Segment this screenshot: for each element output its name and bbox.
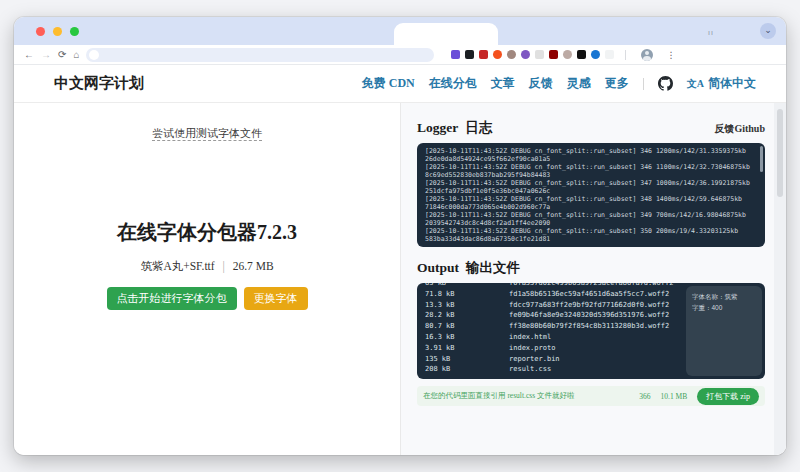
file-name-cell: fdcc977a683ff2e9bf92fd771662d0f0.woff2 <box>509 300 669 311</box>
extension-icon[interactable] <box>535 50 544 59</box>
page-scrollbar-thumb[interactable] <box>777 109 783 197</box>
log-line: 2039542743dc8c4d8cf2ad1ff4ee2090 <box>425 219 757 227</box>
site-nav: 免费 CDN 在线分包 文章 反馈 灵感 更多 文A 简体中文 <box>362 75 756 92</box>
file-size: 26.7 MB <box>233 260 274 272</box>
file-size-cell: 80.7 kB <box>425 321 509 332</box>
log-console[interactable]: [2025-10-11T11:43:52Z DEBUG cn_font_spli… <box>417 143 765 247</box>
loaded-file-line: 筑紫A丸+SF.ttf | 26.7 MB <box>14 259 400 274</box>
extension-icon[interactable] <box>591 50 600 59</box>
nav-feedback[interactable]: 反馈 <box>529 75 553 92</box>
browser-menu-icon[interactable]: ⋮ <box>666 50 675 60</box>
font-name-meta: 字体名称：筑紫 <box>692 291 756 302</box>
extension-icon[interactable] <box>451 50 460 59</box>
tab-search-chevron-icon[interactable]: ⌄ <box>760 23 776 39</box>
file-size-cell: 208 kB <box>425 364 509 375</box>
nav-online-split[interactable]: 在线分包 <box>429 75 477 92</box>
address-bar-favicon <box>89 50 99 60</box>
download-zip-button[interactable]: 打包下载 zip <box>697 388 759 405</box>
close-window-button[interactable] <box>36 27 45 36</box>
file-size-cell: 28.2 kB <box>425 310 509 321</box>
log-line: 26de0da8d54924ce95f662ef90ca01a5 <box>425 155 757 163</box>
file-name-cell: fd1a58b65136ec59af4651d6aa5f5cc7.woff2 <box>509 289 669 300</box>
toolbar-divider <box>625 50 626 60</box>
file-count: 366 <box>639 392 650 401</box>
log-line: [2025-10-11T11:43:52Z DEBUG cn_font_spli… <box>425 227 757 235</box>
file-size-cell: 13.3 kB <box>425 300 509 311</box>
logger-title: Logger日志 <box>417 119 492 137</box>
output-header: Output输出文件 <box>417 259 765 277</box>
extension-icon[interactable] <box>521 50 530 59</box>
log-line: [2025-10-11T11:43:52Z DEBUG cn_font_spli… <box>425 211 757 219</box>
page-content: 中文网字计划 免费 CDN 在线分包 文章 反馈 灵感 更多 文A 简体中文 <box>14 65 786 455</box>
file-name-cell: result.css <box>509 364 551 375</box>
right-panel: Logger日志 反馈Github [2025-10-11T11:43:52Z … <box>400 103 786 455</box>
logger-title-zh: 日志 <box>465 120 492 135</box>
file-size-cell: 135 kB <box>425 354 509 365</box>
language-switcher[interactable]: 文A 简体中文 <box>687 75 756 92</box>
file-name-cell: fe09b46fa8e9e3240320d5396d351976.woff2 <box>509 310 669 321</box>
log-line: 583ba33d43dac86d8a67350c1fe21d81 <box>425 235 757 243</box>
try-test-font-link[interactable]: 尝试使用测试字体文件 <box>152 127 262 141</box>
usage-hint: 在您的代码里面直接引用 result.css 文件就好啦 <box>423 391 574 401</box>
file-name-cell: reporter.bin <box>509 354 560 365</box>
action-buttons: 点击开始进行字体分包 更换字体 <box>14 287 400 310</box>
nav-free-cdn[interactable]: 免费 CDN <box>362 75 415 92</box>
total-size: 10.1 MB <box>661 392 688 401</box>
address-bar[interactable] <box>86 48 434 62</box>
logger-header: Logger日志 反馈Github <box>417 119 765 137</box>
output-title-zh: 输出文件 <box>466 260 520 275</box>
font-weight-meta: 字重：400 <box>692 302 756 313</box>
output-title-en: Output <box>417 260 459 275</box>
extension-icon[interactable] <box>479 50 488 59</box>
extension-icon[interactable] <box>465 50 474 59</box>
extension-icon[interactable] <box>507 50 516 59</box>
tab-strip: ıı ⌄ <box>14 17 786 45</box>
nav-more[interactable]: 更多 <box>605 75 629 92</box>
file-name-cell: index.html <box>509 332 551 343</box>
extension-icon[interactable] <box>549 50 558 59</box>
file-name-cell: ff38e80b60b79f2f854c8b3113280b3d.woff2 <box>509 321 669 332</box>
profile-avatar[interactable] <box>641 49 653 61</box>
site-header: 中文网字计划 免费 CDN 在线分包 文章 反馈 灵感 更多 文A 简体中文 <box>14 65 786 103</box>
github-icon[interactable] <box>658 76 673 91</box>
browser-tab[interactable] <box>394 23 498 45</box>
language-label: 简体中文 <box>708 75 756 92</box>
output-file-list[interactable]: 65 kBf0fa557d02c499b05a9723acefa86fa7d.w… <box>417 283 765 379</box>
page-scrollbar[interactable] <box>774 103 786 455</box>
file-size-cell: 3.91 kB <box>425 343 509 354</box>
file-size-cell: 16.3 kB <box>425 332 509 343</box>
log-line: 8c69ed552830eb837bab295f94b84483 <box>425 171 757 179</box>
nav-inspiration[interactable]: 灵感 <box>567 75 591 92</box>
reload-icon[interactable]: ⟳ <box>58 50 66 60</box>
browser-window: ıı ⌄ ← → ⟳ ⌂ ⋮ 中文网字计划 <box>14 17 786 455</box>
nav-articles[interactable]: 文章 <box>491 75 515 92</box>
translate-icon: 文A <box>687 77 704 91</box>
tab-strip-indicator: ıı <box>708 29 714 36</box>
log-line: [2025-10-11T11:43:52Z DEBUG cn_font_spli… <box>425 147 757 155</box>
minimize-window-button[interactable] <box>53 27 62 36</box>
home-icon[interactable]: ⌂ <box>73 50 79 60</box>
extension-icon[interactable] <box>577 50 586 59</box>
extension-icon[interactable] <box>563 50 572 59</box>
app-title: 在线字体分包器7.2.3 <box>14 219 400 246</box>
test-font-link-wrap: 尝试使用测试字体文件 <box>14 123 400 141</box>
forward-icon[interactable]: → <box>41 50 51 60</box>
main-area: 尝试使用测试字体文件 在线字体分包器7.2.3 筑紫A丸+SF.ttf | 26… <box>14 103 786 455</box>
file-name-cell: index.proto <box>509 343 555 354</box>
change-font-button[interactable]: 更换字体 <box>244 287 308 310</box>
start-split-button[interactable]: 点击开始进行字体分包 <box>107 287 237 310</box>
back-icon[interactable]: ← <box>24 50 34 60</box>
extension-icon[interactable] <box>493 50 502 59</box>
feedback-github-link[interactable]: 反馈Github <box>714 122 765 136</box>
site-title: 中文网字计划 <box>54 74 144 93</box>
font-meta-panel: 字体名称：筑紫 字重：400 <box>686 286 762 376</box>
logger-title-en: Logger <box>417 120 458 135</box>
maximize-window-button[interactable] <box>70 27 79 36</box>
browser-toolbar: ← → ⟳ ⌂ ⋮ <box>14 45 786 65</box>
log-scrollbar-thumb[interactable] <box>760 146 763 172</box>
log-line: [2025-10-11T11:43:52Z DEBUG cn_font_spli… <box>425 179 757 187</box>
extensions-puzzle-icon[interactable] <box>605 50 614 59</box>
output-stats: 366 10.1 MB 打包下载 zip <box>639 388 759 405</box>
file-size-cell: 71.8 kB <box>425 289 509 300</box>
output-title: Output输出文件 <box>417 259 520 277</box>
